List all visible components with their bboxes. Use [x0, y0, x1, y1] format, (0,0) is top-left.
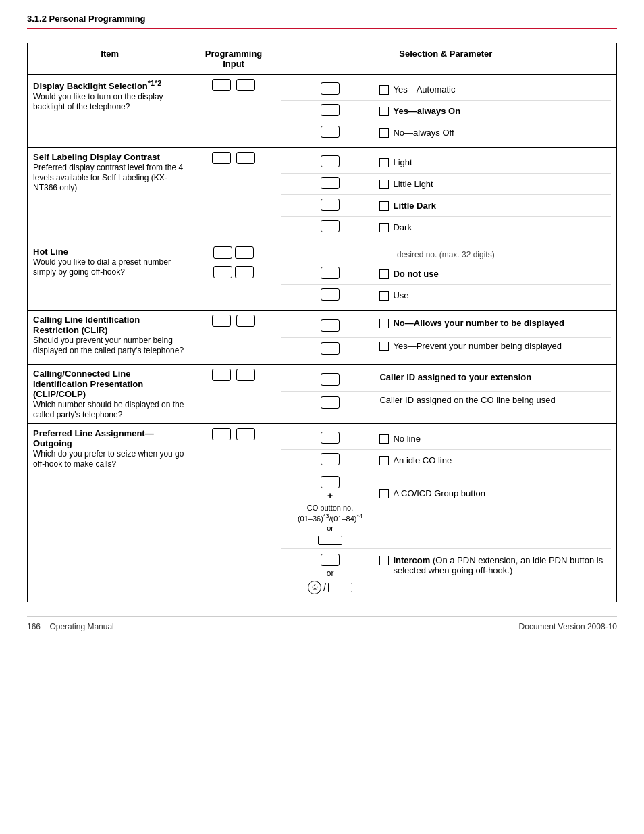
prog-inputs-hot-2 — [198, 266, 269, 280]
row-self-labeling: Self Labeling Display Contrast Preferred… — [28, 148, 617, 242]
sel-display-backlight: Yes—Automatic Yes—always On — [275, 75, 616, 148]
sel-row-little-light: Little Light — [281, 174, 611, 195]
checkbox-intercom — [379, 556, 389, 565]
label-always-on: Yes—always On — [393, 106, 460, 116]
footer-manual-name: Operating Manual — [49, 622, 113, 631]
row-hot-line: Hot Line Would you like to dial a preset… — [28, 242, 617, 311]
prog-box-clir-1 — [212, 315, 231, 327]
page-footer: 166 Operating Manual Document Version 20… — [27, 616, 617, 631]
label-no-line: No line — [393, 434, 420, 444]
prog-box-sl-2 — [236, 152, 255, 164]
item-desc-preferred-line: Which do you prefer to seize when you go… — [33, 449, 184, 469]
item-hot-line: Hot Line Would you like to dial a preset… — [28, 242, 192, 311]
item-desc-clip-colp: Which number should be displayed on the … — [33, 400, 184, 419]
prog-inputs-clir — [198, 315, 269, 327]
prog-display-backlight — [192, 75, 275, 148]
prog-box-1 — [212, 79, 231, 91]
label-always-off: No—always Off — [393, 128, 454, 138]
sel-prog-always-on — [321, 104, 340, 116]
sel-prog-co-icd-box — [321, 476, 340, 488]
prog-box-cc-2 — [236, 369, 255, 381]
sel-row-co-icd: + CO button no.(01–36)*3/(01–84)*4or A C… — [281, 471, 611, 549]
checkbox-little-dark — [379, 201, 389, 211]
sel-prog-yes-clir — [321, 342, 340, 355]
sel-row-auto: Yes—Automatic — [281, 79, 611, 101]
checkbox-always-off — [379, 128, 389, 138]
sel-row-dark: Dark — [281, 217, 611, 238]
sel-clip-colp: Caller ID assigned to your extension Cal… — [275, 365, 616, 424]
sel-prog-no-clir — [321, 319, 340, 332]
checkbox-use — [379, 291, 389, 301]
label-co-icd: A CO/ICD Group button — [393, 488, 485, 498]
sel-prog-use — [321, 288, 340, 301]
row-display-backlight: Display Backlight Selection*1*2 Would yo… — [28, 75, 617, 148]
prog-box-hl-1b — [235, 246, 254, 259]
sel-prog-auto — [321, 82, 340, 95]
or-text-intercom: or — [327, 569, 334, 578]
sel-prog-idle-co — [321, 453, 340, 465]
prog-box-pl-2 — [236, 428, 255, 440]
label-little-dark: Little Dark — [393, 201, 436, 211]
sel-prog-caller-co — [321, 396, 340, 409]
sel-content-display-backlight: Yes—Automatic Yes—always On — [281, 79, 611, 143]
sel-prog-do-not-use — [321, 267, 340, 279]
label-light: Light — [393, 157, 412, 167]
col-header-prog: ProgrammingInput — [192, 43, 275, 75]
sel-hotline-full: desired no. (max. 32 digits) — [281, 246, 611, 263]
sel-row-idle-co: An idle CO line — [281, 450, 611, 471]
sel-row-always-off: No—always Off — [281, 122, 611, 143]
sel-prog-intercom-box — [321, 554, 340, 566]
footer-right: Document Version 2008-10 — [519, 622, 617, 631]
item-title-self-labeling: Self Labeling Display Contrast — [33, 152, 160, 162]
label-intercom: Intercom (On a PDN extension, an idle PD… — [393, 555, 611, 575]
item-title-clip-colp: Calling/Connected Line Identification Pr… — [33, 369, 143, 399]
prog-inputs-hot-1 — [198, 246, 269, 261]
sel-hot-line: desired no. (max. 32 digits) Do not use … — [275, 242, 616, 311]
programming-table: Item ProgrammingInput Selection & Parame… — [27, 43, 617, 602]
power-icon: ① — [308, 581, 321, 594]
sel-clir: No—Allows your number to be displayed Ye… — [275, 311, 616, 365]
checkbox-little-light — [379, 180, 389, 189]
sel-row-little-dark: Little Dark — [281, 195, 611, 217]
row-preferred-line: Preferred Line Assignment—Outgoing Which… — [28, 424, 617, 602]
sel-self-labeling: Light Little Light L — [275, 148, 616, 242]
item-title-clir: Calling Line Identification Restriction … — [33, 315, 140, 335]
sel-prog-little-light — [321, 177, 340, 189]
sel-prog-co-long-box — [318, 536, 342, 545]
slash-icon: / — [323, 582, 326, 593]
sel-prog-light — [321, 155, 340, 167]
item-self-labeling: Self Labeling Display Contrast Preferred… — [28, 148, 192, 242]
prog-self-labeling — [192, 148, 275, 242]
item-desc-display-backlight: Would you like to turn on the display ba… — [33, 92, 163, 111]
sel-prog-little-dark — [321, 199, 340, 211]
co-button-note: CO button no.(01–36)*3/(01–84)*4or — [298, 503, 363, 533]
label-little-light: Little Light — [393, 179, 433, 189]
label-do-not-use: Do not use — [393, 269, 438, 279]
item-display-backlight: Display Backlight Selection*1*2 Would yo… — [28, 75, 192, 148]
prog-box-hl-2a — [213, 266, 232, 278]
col-header-item: Item — [28, 43, 192, 75]
label-dark: Dark — [393, 222, 411, 232]
prog-inputs-clip-colp — [198, 369, 269, 381]
item-clip-colp: Calling/Connected Line Identification Pr… — [28, 365, 192, 424]
intercom-or-row: ① / — [308, 581, 352, 594]
item-desc-self-labeling: Preferred display contrast level from th… — [33, 163, 183, 192]
checkbox-no-line — [379, 434, 389, 444]
checkbox-co-icd — [379, 489, 389, 498]
checkbox-idle-co — [379, 456, 389, 465]
prog-inputs-display-backlight — [198, 79, 269, 91]
label-auto: Yes—Automatic — [393, 84, 455, 95]
sel-row-light: Light — [281, 152, 611, 174]
sel-row-caller-co: Caller ID assigned on the CO line being … — [281, 392, 611, 414]
item-desc-clir: Should you prevent your number being dis… — [33, 336, 184, 355]
prog-preferred-line — [192, 424, 275, 602]
sel-prog-no-line — [321, 432, 340, 444]
prog-clip-colp — [192, 365, 275, 424]
checkbox-auto — [379, 85, 389, 95]
intercom-prog: or ① / — [281, 554, 380, 594]
sel-row-no-line: No line — [281, 428, 611, 450]
checkbox-light — [379, 158, 389, 167]
label-use: Use — [393, 290, 408, 301]
item-title-display-backlight: Display Backlight Selection*1*2 — [33, 81, 161, 91]
sel-row-yes-clir: Yes—Prevent your number being displayed — [281, 338, 611, 360]
